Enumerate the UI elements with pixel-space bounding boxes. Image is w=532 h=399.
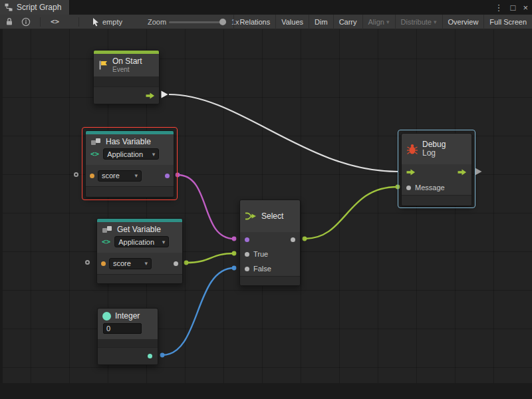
flow-output-port[interactable] — [458, 169, 467, 176]
aot-icon: <> — [90, 150, 99, 158]
message-port-label: Message — [415, 184, 445, 192]
info-icon[interactable] — [21, 17, 31, 27]
wire-getvariable-to-select-true — [186, 253, 234, 263]
chevron-down-icon: ▾ — [386, 19, 390, 25]
align-button[interactable]: Align▾ — [362, 15, 395, 29]
false-input-port[interactable] — [245, 267, 249, 271]
toolbar-separator — [40, 17, 41, 27]
variables-icon — [90, 138, 102, 146]
node-select[interactable]: Select True False — [239, 200, 301, 286]
chevron-down-icon: ▾ — [134, 172, 138, 179]
integer-output-port[interactable] — [148, 354, 152, 358]
flow-continuation-triangle[interactable] — [475, 168, 482, 176]
node-title: On Start — [112, 57, 142, 66]
full-screen-button[interactable]: Full Screen — [483, 15, 532, 29]
flow-input-port[interactable] — [406, 169, 416, 176]
canvas-edge-left — [0, 29, 3, 399]
value-output-port[interactable] — [174, 261, 178, 266]
wire-hasvariable-to-select — [178, 175, 234, 239]
unconnected-input-port[interactable] — [85, 260, 90, 265]
chevron-down-icon: ▾ — [152, 151, 156, 158]
node-get-variable[interactable]: Get Variable <> Application ▾ score ▾ — [96, 218, 183, 284]
wire-flow-onstart-to-log — [169, 94, 398, 172]
maximize-icon[interactable]: □ — [511, 3, 516, 12]
flow-connection-triangle[interactable] — [161, 90, 168, 98]
node-subtitle: Log — [422, 149, 446, 158]
carry-button[interactable]: Carry — [333, 15, 362, 29]
node-integer[interactable]: Integer 0 — [97, 308, 158, 365]
graph-pointer: empty — [92, 15, 122, 29]
script-graph-icon — [5, 3, 13, 11]
toolbar-separator — [78, 17, 79, 27]
node-title: Integer — [115, 312, 140, 321]
flow-output-port[interactable] — [146, 92, 155, 99]
bug-icon — [406, 144, 418, 155]
tab-script-graph[interactable]: Script Graph — [0, 0, 70, 15]
wire-select-to-log-message — [305, 187, 398, 239]
cursor-icon — [92, 17, 100, 27]
bool-output-port[interactable] — [165, 174, 170, 178]
unconnected-input-port[interactable] — [74, 172, 78, 177]
zoom-label: Zoom — [148, 18, 166, 26]
menu-kebab-icon[interactable]: ⋮ — [495, 3, 503, 12]
node-title: Get Variable — [117, 225, 161, 234]
selection-output-port[interactable] — [291, 237, 295, 242]
close-icon[interactable]: × — [523, 3, 528, 12]
tab-title: Script Graph — [17, 3, 61, 12]
script-graph-window: Script Graph ⋮ □ × <> empty Zoom — [0, 0, 532, 399]
node-title: Select — [261, 212, 283, 221]
true-input-port[interactable] — [245, 252, 249, 257]
true-port-label: True — [253, 250, 268, 258]
variable-name-port[interactable] — [101, 261, 106, 266]
variable-name-dropdown[interactable]: score ▾ — [98, 170, 142, 182]
select-branch-icon — [245, 211, 257, 221]
titlebar: Script Graph ⋮ □ × — [0, 0, 532, 15]
node-subtitle: Event — [112, 66, 142, 73]
code-view-icon[interactable]: <> — [51, 17, 59, 26]
variable-scope-dropdown[interactable]: Application ▾ — [114, 236, 169, 247]
chevron-down-icon: ▾ — [162, 239, 166, 245]
toolbar: <> empty Zoom 1x Relations Values Dim Ca… — [0, 15, 532, 29]
aot-icon: <> — [102, 237, 110, 246]
zoom-slider-handle[interactable] — [219, 19, 226, 25]
node-debug-log[interactable]: Debug Log Message — [401, 133, 472, 206]
integer-value-input[interactable]: 0 — [103, 323, 142, 334]
variable-scope-dropdown[interactable]: Application ▾ — [103, 148, 159, 160]
integer-icon — [102, 312, 111, 321]
node-title: Has Variable — [106, 138, 151, 146]
values-button[interactable]: Values — [275, 15, 309, 29]
variable-name-port[interactable] — [90, 174, 94, 178]
lock-icon[interactable] — [5, 17, 13, 26]
flag-icon — [98, 60, 108, 70]
message-input-port[interactable] — [406, 186, 411, 190]
toolbar-buttons: Relations Values Dim Carry Align▾ Distri… — [246, 15, 532, 29]
distribute-button[interactable]: Distribute▾ — [395, 15, 442, 29]
node-on-start[interactable]: On Start Event — [93, 50, 160, 104]
chevron-down-icon: ▾ — [144, 260, 148, 267]
window-controls: ⋮ □ × — [495, 0, 528, 15]
dim-button[interactable]: Dim — [309, 15, 333, 29]
canvas-edge-bottom — [0, 383, 532, 399]
graph-pointer-label: empty — [102, 18, 122, 26]
variable-name-dropdown[interactable]: score ▾ — [109, 258, 152, 269]
relations-button[interactable]: Relations — [233, 15, 275, 29]
node-has-variable[interactable]: Has Variable <> Application ▾ score ▾ — [85, 130, 174, 198]
condition-input-port[interactable] — [245, 237, 249, 242]
variables-icon — [102, 225, 113, 234]
chevron-down-icon: ▾ — [434, 19, 437, 25]
overview-button[interactable]: Overview — [442, 15, 484, 29]
zoom-slider[interactable] — [169, 21, 226, 23]
false-port-label: False — [253, 265, 271, 273]
graph-canvas[interactable]: On Start Event — [0, 29, 532, 399]
